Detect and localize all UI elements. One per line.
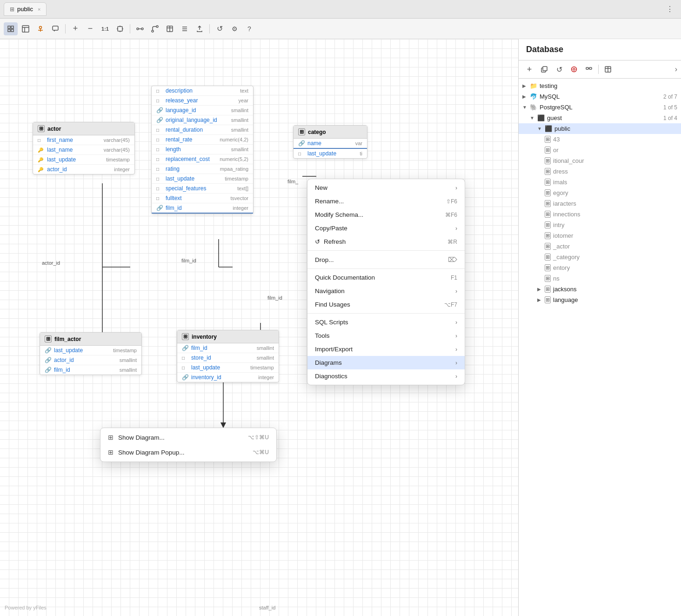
tree-item-egory[interactable]: ⊞ egory [519, 187, 681, 198]
fit-button[interactable] [113, 22, 127, 35]
table-view-button[interactable] [163, 22, 177, 35]
ctx-tools[interactable]: Tools › [307, 329, 465, 342]
show-diagram-label: Show Diagram... [118, 434, 165, 441]
ctx-diagnostics[interactable]: Diagnostics › [307, 369, 465, 383]
tab-close-button[interactable]: × [38, 7, 40, 12]
db-refresh-button[interactable]: ↺ [552, 63, 566, 75]
db-schema-button[interactable] [582, 63, 596, 75]
db-copy-button[interactable] [537, 63, 551, 75]
submenu-show-diagram[interactable]: ⊞ Show Diagram... ⌥⇧⌘U [100, 430, 276, 445]
ctx-new[interactable]: New › [307, 181, 465, 194]
refresh-diagram-button[interactable]: ↺ [213, 22, 227, 35]
col-plain-icon: □ [156, 196, 163, 201]
tree-item-or[interactable]: ⊞ or [519, 145, 681, 155]
tree-item-entory[interactable]: ⊞ entory [519, 262, 681, 273]
database-panel: Database + ↺ [518, 39, 681, 616]
table-intry-icon: ⊞ [545, 221, 551, 228]
help-button[interactable]: ? [242, 22, 256, 35]
tree-item-dress[interactable]: ⊞ dress [519, 166, 681, 177]
ctx-import-export[interactable]: Import/Export › [307, 342, 465, 356]
tree-item-public[interactable]: ▼ ⬛ public [519, 123, 681, 134]
film-table[interactable]: □ description text □ release_year year 🔗… [151, 86, 254, 214]
actor-table-title: actor [47, 126, 61, 132]
tree-item-actor[interactable]: ⊞ _actor [519, 241, 681, 252]
public-arrow: ▼ [537, 126, 545, 131]
db-table-view-button[interactable] [601, 63, 615, 75]
tree-item-ns[interactable]: ⊞ ns [519, 273, 681, 284]
tree-item-postgresql[interactable]: ▼ 🐘 PostgreSQL 1 of 5 [519, 102, 681, 113]
film-col-origlangid: 🔗 original_language_id smallint [152, 115, 253, 125]
col-plain-icon: □ [298, 151, 305, 156]
ctx-tools-label: Tools [315, 332, 330, 339]
show-diagram-popup-label: Show Diagram Popup... [118, 449, 185, 456]
tree-item-innections[interactable]: ⊞ innections [519, 209, 681, 220]
ctx-drop-label: Drop... [315, 256, 334, 263]
ctx-sql-scripts-arrow: › [455, 319, 457, 326]
film-col-replacecost: □ replacement_cost numeric(5,2) [152, 154, 253, 164]
ratio-button[interactable]: 1:1 [98, 22, 112, 35]
tree-item-intry[interactable]: ⊞ intry [519, 220, 681, 230]
ctx-drop-shortcut: ⌦ [448, 256, 457, 263]
tree-item-language[interactable]: ▶ ⊞ language [519, 295, 681, 305]
select-tool-button[interactable] [4, 22, 18, 35]
film-actor-icon: ⊞ [45, 335, 52, 342]
connect-button[interactable] [133, 22, 147, 35]
ctx-rename[interactable]: Rename... ⇧F6 [307, 194, 465, 208]
export-button[interactable] [193, 22, 207, 35]
submenu-show-diagram-popup[interactable]: ⊞ Show Diagram Popup... ⌥⌘U [100, 445, 276, 460]
actor-col-actorid: 🔑 actor_id integer [33, 165, 134, 174]
ctx-diagnostics-label: Diagnostics [315, 373, 347, 380]
comment-tool-button[interactable] [48, 22, 62, 35]
ctx-copy-paste-arrow: › [455, 225, 457, 232]
db-add-button[interactable]: + [522, 63, 536, 75]
public-tab[interactable]: ⊞ public × [4, 2, 47, 16]
svg-rect-1 [11, 26, 13, 28]
film-actor-table[interactable]: ⊞ film_actor 🔗 last_update timestamp 🔗 a… [40, 332, 142, 375]
add-element-button[interactable]: + [68, 22, 82, 35]
tree-item-jacksons[interactable]: ▶ ⊞ jacksons [519, 284, 681, 295]
tree-item-testing[interactable]: ▶ 📁 testing [519, 80, 681, 91]
table-ns-label: ns [553, 275, 677, 282]
svg-text:film_: film_ [287, 179, 299, 184]
inventory-col-inventoryid: 🔗 inventory_id integer [177, 373, 279, 382]
ctx-sql-scripts[interactable]: SQL Scripts › [307, 315, 465, 329]
inventory-table[interactable]: ⊞ inventory 🔗 film_id smallint □ store_i… [177, 330, 279, 382]
pg-arrow: ▼ [522, 105, 530, 110]
ctx-navigation[interactable]: Navigation › [307, 284, 465, 298]
testing-folder-icon: 📁 [530, 82, 537, 89]
jacksons-label: jacksons [553, 286, 677, 293]
db-settings-button[interactable] [567, 63, 581, 75]
table-imals-icon: ⊞ [545, 179, 551, 186]
diagram-canvas[interactable]: actor_id film_id film_id film_ [0, 39, 518, 616]
right-panel-expand[interactable]: › [675, 65, 677, 74]
remove-element-button[interactable]: − [83, 22, 97, 35]
ctx-drop[interactable]: Drop... ⌦ [307, 253, 465, 267]
panel-tool-button[interactable] [19, 22, 33, 35]
list-view-button[interactable] [178, 22, 192, 35]
tree-item-43[interactable]: ⊞ 43 [519, 134, 681, 145]
category-table-header: ⊞ catego [294, 126, 367, 139]
tab-more-button[interactable]: ⋮ [662, 3, 677, 15]
ctx-copy-paste[interactable]: Copy/Paste › [307, 221, 465, 235]
tree-item-imals[interactable]: ⊞ imals [519, 177, 681, 187]
tree-item-guest[interactable]: ▼ ⬛ guest 1 of 4 [519, 113, 681, 123]
settings-button[interactable]: ⚙ [227, 22, 241, 35]
anchor-tool-button[interactable] [33, 22, 47, 35]
tree-item-itional-cour[interactable]: ⊞ itional_cour [519, 155, 681, 166]
tree-item-category[interactable]: ⊞ _category [519, 252, 681, 262]
ctx-modify-schema[interactable]: Modify Schema... ⌘F6 [307, 208, 465, 221]
actor-table[interactable]: ⊞ actor □ first_name varchar(45) 🔑 last_… [33, 122, 135, 174]
tree-item-iaracters[interactable]: ⊞ iaracters [519, 198, 681, 209]
route-button[interactable] [148, 22, 162, 35]
ctx-diagrams-arrow: › [455, 360, 457, 366]
col-fk-icon: 🔑 [38, 147, 44, 153]
category-table[interactable]: ⊞ catego 🔗 name var □ last_update ti [293, 125, 367, 159]
ctx-quick-doc[interactable]: Quick Documentation F1 [307, 271, 465, 284]
ctx-refresh[interactable]: ↺ Refresh ⌘R [307, 235, 465, 248]
ctx-find-usages[interactable]: Find Usages ⌥F7 [307, 298, 465, 311]
svg-rect-48 [589, 67, 592, 69]
tree-item-mysql[interactable]: ▶ 🐬 MySQL 2 of 7 [519, 91, 681, 102]
ctx-diagrams[interactable]: Diagrams › [307, 356, 465, 369]
table-entory-label: entory [553, 264, 677, 271]
tree-item-iotomer[interactable]: ⊞ iotomer [519, 230, 681, 241]
